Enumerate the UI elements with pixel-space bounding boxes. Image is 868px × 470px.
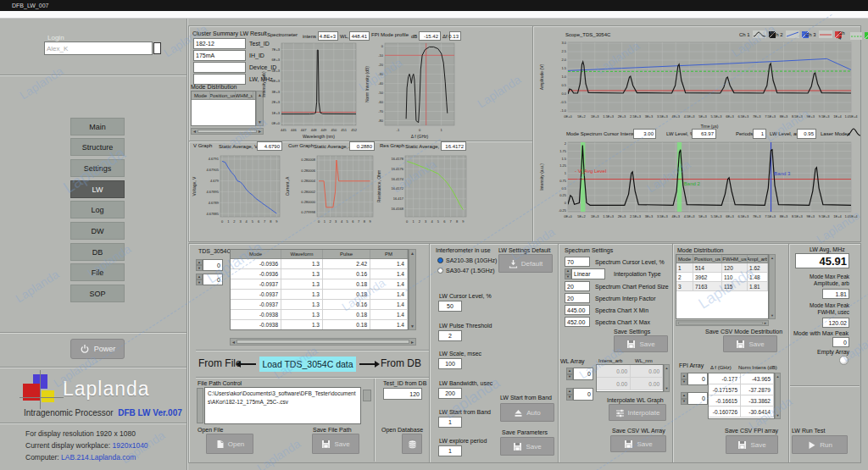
svg-text:2E+3: 2E+3 — [618, 114, 626, 119]
spectrometer-chart: 4454464474484494504514527E+36E+35E+34E+3… — [261, 40, 361, 139]
save-parameters-label: Save Parameters — [502, 429, 548, 435]
res-avg-field[interactable]: 16.4172 — [441, 141, 466, 151]
radio-sa210[interactable]: SA210-3B (10GHz) — [437, 257, 497, 263]
ch4-pattern-icon — [865, 32, 868, 39]
svg-text:1E+4: 1E+4 — [833, 114, 842, 119]
save-csv-fpi-label: Save CSV FPI array — [725, 428, 778, 434]
svg-text:5E+2: 5E+2 — [577, 214, 586, 218]
fpi-db-label: dB — [411, 34, 417, 39]
power-button[interactable]: Power — [70, 339, 125, 359]
periods-field[interactable]: 1 — [753, 129, 766, 139]
mode-dist-hscrollbar[interactable]: ► — [676, 320, 769, 326]
fpi-norm-intens-header: Norm Intens (dB) — [738, 365, 777, 370]
wl-array-index2-stepper[interactable]: ▲▼0 — [566, 388, 593, 401]
divider — [196, 377, 429, 379]
file-path-input[interactable]: C:\Users\akor\Documents\3_software\DFB_T… — [204, 387, 361, 424]
horizontal-scrollbar[interactable]: ◄► — [191, 128, 264, 135]
ch2-wave-icon — [786, 30, 799, 38]
lw-explore-period-field[interactable]: 1 — [438, 445, 462, 456]
empty-array-led — [839, 356, 849, 365]
chart-x-max-field[interactable]: 452.00 — [565, 317, 590, 327]
logo-red-square — [23, 384, 40, 401]
amp-label-line1: Mode Max Peak — [795, 274, 849, 279]
path-browse-strip[interactable] — [197, 388, 203, 423]
sidebar-item-dw[interactable]: DW — [70, 222, 125, 240]
chart-x-min-field[interactable]: 445.00 — [565, 305, 590, 315]
save-settings-button[interactable]: Save — [614, 335, 668, 352]
spectrum-cursor-field[interactable]: 70 — [565, 257, 590, 267]
v-avg-field[interactable]: 4.6790 — [257, 141, 282, 151]
array-in-hscrollbar[interactable]: ◄► — [230, 338, 416, 346]
svg-text:8.5E+3: 8.5E+3 — [792, 214, 804, 218]
svg-text:-0.25: -0.25 — [559, 208, 567, 213]
svg-text:1.05E+4: 1.05E+4 — [844, 114, 858, 119]
lw-scale-field[interactable]: 100 — [438, 358, 462, 369]
fpi-array-scrollbar[interactable]: ▲▼ — [775, 373, 781, 419]
ih-id-field[interactable]: 175mA — [193, 50, 246, 61]
sidebar-item-settings[interactable]: Settings — [70, 159, 125, 177]
floppy-icon — [737, 440, 747, 450]
title-bar[interactable]: DFB_LW_007 — [0, 0, 868, 11]
save-csv-fpi-button[interactable]: Save — [726, 435, 778, 454]
laser-modes-icon[interactable] — [846, 127, 861, 137]
login-input[interactable]: Alex_K — [44, 41, 153, 55]
sidebar-item-log[interactable]: Log — [70, 201, 125, 218]
scope-legend-ch1[interactable]: Ch 1 — [739, 30, 776, 38]
table-cell: 1.48 — [748, 273, 768, 282]
lw-pulse-threshold-field[interactable]: 2 — [438, 330, 462, 341]
sidebar-item-file[interactable]: File — [70, 263, 125, 281]
save-file-path-button[interactable]: Save — [312, 434, 359, 454]
cursor-intens-field[interactable]: 3.00 — [633, 129, 656, 139]
mode-dist-vscrollbar[interactable]: ▲▼ — [769, 254, 776, 319]
save-csv-mode-dist-button[interactable]: Save — [723, 335, 777, 352]
array-in-vscrollbar[interactable]: ▲▼ — [409, 249, 416, 330]
auto-button[interactable]: Auto — [500, 403, 554, 422]
sidebar-item-db[interactable]: DB — [70, 243, 125, 261]
path-browse-button[interactable] — [363, 390, 371, 401]
default-button[interactable]: Default — [498, 254, 553, 273]
array-in-index1-stepper[interactable]: ▲▼0 — [196, 259, 223, 271]
save-parameters-button[interactable]: Save — [500, 437, 554, 456]
fpi-array-index2-stepper[interactable]: ▲▼0 — [681, 392, 708, 405]
scope-chart: 0E+05E+21E+31.5E+32E+32.5E+33E+33.5E+34E… — [539, 39, 860, 129]
sidebar-item-structure[interactable]: Structure — [70, 138, 125, 156]
lw-level-arb-field[interactable]: 0.95 — [797, 129, 816, 139]
device-id-field[interactable] — [193, 62, 246, 73]
scope-legend-ch3[interactable]: Ch 3 — [805, 30, 842, 38]
chart-period-size-field[interactable]: 20 — [565, 281, 590, 291]
test-id-field[interactable]: 182-12 — [193, 38, 246, 49]
wl-array-index1-stepper[interactable]: ▲▼0 — [566, 368, 593, 380]
lw-cursor-level-label: LW Cursor Level, % — [439, 293, 492, 299]
curr-avg-field[interactable]: 0.2880 — [349, 141, 375, 151]
test-id-from-db-field[interactable]: 120 — [383, 388, 422, 400]
radio-sa30[interactable]: SA30-47 (1.5GHz) — [437, 268, 495, 274]
open-database-button[interactable] — [402, 434, 422, 454]
curr-graph-chart: 01234567890.2800080.2800060.2800040.2800… — [285, 152, 376, 229]
table-cell: 1.4 — [370, 290, 408, 300]
array-in-index2-stepper[interactable]: ▲▼0 — [196, 274, 223, 285]
interpolate-button[interactable]: Interpolate — [609, 404, 666, 421]
divider — [0, 367, 186, 368]
login-dropdown-button[interactable] — [153, 42, 161, 54]
sidebar-item-label: LW — [92, 185, 103, 194]
sidebar-item-sop[interactable]: SOP — [70, 285, 125, 302]
interpolation-type-dropdown[interactable]: ▲▼Linear — [565, 268, 605, 279]
wl-array-scrollbar[interactable]: ▲▼ — [664, 364, 670, 392]
sidebar-item-lw[interactable]: LW — [70, 180, 125, 198]
floppy-icon — [513, 442, 522, 451]
save-csv-wl-button[interactable]: Save — [610, 435, 666, 452]
table-cell: -43.965 — [741, 373, 774, 384]
lw-start-band-field[interactable]: 1 — [438, 417, 462, 428]
lw-cursor-level-field[interactable]: 50 — [438, 301, 462, 312]
run-button[interactable]: Run — [792, 435, 848, 454]
interp-factor-field[interactable]: 20 — [565, 293, 590, 303]
scope-legend-ch2[interactable]: Ch 2 — [772, 30, 809, 38]
fpi-array-index1-stepper[interactable]: ▲▼0 — [681, 373, 708, 385]
interferometer-title: Interferometer in use — [436, 247, 491, 253]
open-file-button[interactable]: Open — [206, 434, 253, 454]
lw-level-pct-field[interactable]: 63.97 — [692, 129, 716, 139]
svg-text:6.5E+3: 6.5E+3 — [737, 114, 749, 119]
lw-bandwidth-field[interactable]: 200 — [438, 388, 462, 399]
sidebar-item-main[interactable]: Main — [70, 118, 125, 135]
table-row: -0.160726-30.6414 — [709, 406, 774, 417]
